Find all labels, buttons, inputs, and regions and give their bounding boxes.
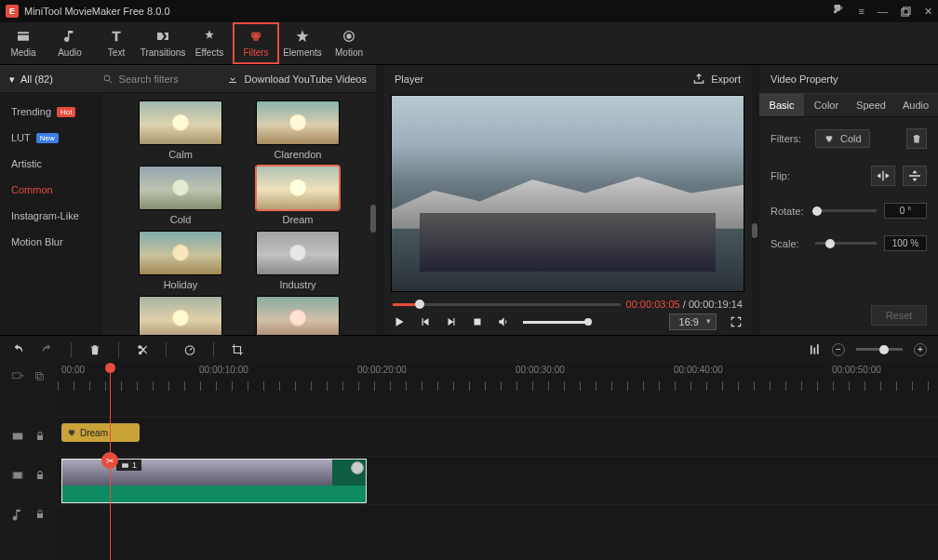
category-motionblur-label: Motion Blur <box>11 236 63 247</box>
progress-slider[interactable] <box>393 303 621 306</box>
clip-transition-icon[interactable] <box>351 461 364 474</box>
player-scrollbar[interactable] <box>752 223 757 238</box>
applied-filter-chip[interactable]: Cold <box>815 129 870 148</box>
search-filters[interactable]: Search filters <box>102 73 179 85</box>
zoom-out-button[interactable]: − <box>832 343 845 356</box>
zoom-slider[interactable] <box>856 348 903 351</box>
timeline-track-add-icon[interactable] <box>11 370 24 383</box>
tab-basic[interactable]: Basic <box>759 94 804 116</box>
close-button[interactable]: ✕ <box>924 6 932 18</box>
main-toolbar: Media Audio Text Transitions Effects Fil… <box>0 22 938 65</box>
volume-icon[interactable] <box>497 315 510 328</box>
filter-thumb-calm[interactable]: Calm <box>133 100 228 160</box>
menu-elements[interactable]: Elements <box>279 22 326 64</box>
menu-audio[interactable]: Audio <box>47 22 93 64</box>
prop-scale-label: Scale: <box>770 238 808 249</box>
menu-media[interactable]: Media <box>0 22 47 64</box>
video-track-lock-icon[interactable] <box>34 469 47 482</box>
category-artistic[interactable]: Artistic <box>0 151 102 177</box>
crop-button[interactable] <box>231 343 244 356</box>
preview-viewport[interactable] <box>391 95 744 292</box>
category-instagram[interactable]: Instagram-Like <box>0 203 102 229</box>
next-frame-button[interactable] <box>445 315 458 328</box>
timeline-adjust-icon[interactable] <box>808 343 821 356</box>
svg-point-6 <box>347 34 351 38</box>
filter-clip-label: Dream <box>80 428 108 438</box>
filter-thumb-holiday[interactable]: Holiday <box>133 231 228 290</box>
filter-clip[interactable]: Dream <box>61 423 140 442</box>
menu-audio-label: Audio <box>58 47 82 58</box>
export-label: Export <box>711 73 741 85</box>
play-button[interactable] <box>393 315 406 328</box>
audio-track-lock-icon[interactable] <box>34 508 47 521</box>
category-lut[interactable]: LUT New <box>0 125 102 151</box>
speed-button[interactable] <box>183 343 196 356</box>
timeline-body[interactable]: 00:00 00:00:10:00 00:00:20:00 00:00:30:0… <box>58 363 938 560</box>
filter-thumb-dream-label: Dream <box>282 214 313 225</box>
library-scrollbar[interactable] <box>370 205 376 233</box>
svg-rect-14 <box>813 347 815 353</box>
filter-thumb-calm-label: Calm <box>168 149 193 160</box>
menu-transitions[interactable]: Transitions <box>140 22 186 64</box>
timeline-ruler[interactable]: 00:00 00:00:10:00 00:00:20:00 00:00:30:0… <box>58 363 938 391</box>
tab-speed[interactable]: Speed <box>849 94 893 116</box>
rotate-value[interactable]: 0 ° <box>884 203 927 219</box>
category-motionblur[interactable]: Motion Blur <box>0 229 102 255</box>
zoom-in-button[interactable]: + <box>914 343 927 356</box>
rotate-slider[interactable] <box>815 209 877 212</box>
filter-thumbnail-grid[interactable]: Calm Clarendon Cold Dream Holiday Indust… <box>102 93 376 335</box>
property-title: Video Property <box>770 73 838 85</box>
filter-thumb-extra2[interactable] <box>250 296 345 335</box>
flip-horizontal-button[interactable] <box>871 166 895 186</box>
scale-value[interactable]: 100 % <box>884 235 927 251</box>
maximize-button[interactable] <box>901 7 911 17</box>
redo-button[interactable] <box>41 343 54 356</box>
filter-thumb-extra1[interactable] <box>133 296 228 335</box>
hamburger-icon[interactable]: ≡ <box>859 6 864 17</box>
filter-thumb-dream[interactable]: Dream <box>250 166 345 225</box>
menu-effects[interactable]: Effects <box>186 22 233 64</box>
library-all-toggle[interactable]: ▾ All (82) <box>9 73 53 86</box>
filter-track[interactable]: Dream <box>58 417 938 456</box>
undo-button[interactable] <box>11 343 24 356</box>
filter-thumb-industry[interactable]: Industry <box>250 231 345 290</box>
filter-thumb-cold[interactable]: Cold <box>133 166 228 225</box>
download-youtube-button[interactable]: Download YouTube Videos <box>227 73 367 85</box>
category-trending[interactable]: Trending Hot <box>0 99 102 125</box>
reset-button[interactable]: Reset <box>871 305 927 326</box>
flip-vertical-button[interactable] <box>903 166 927 186</box>
menu-filters[interactable]: Filters <box>233 22 279 64</box>
filter-track-lock-icon[interactable] <box>34 430 47 443</box>
stop-button[interactable] <box>471 315 484 328</box>
key-icon[interactable] <box>833 5 846 18</box>
timeline: 00:00 00:00:10:00 00:00:20:00 00:00:30:0… <box>0 363 938 560</box>
tab-color[interactable]: Color <box>804 94 849 116</box>
scale-slider[interactable] <box>815 242 877 245</box>
playhead-split-icon[interactable]: ✂ <box>101 452 118 469</box>
filter-thumb-clarendon[interactable]: Clarendon <box>250 100 345 160</box>
filter-category-list: Trending Hot LUT New Artistic Common Ins… <box>0 93 102 335</box>
fullscreen-button[interactable] <box>730 315 743 328</box>
menu-motion[interactable]: Motion <box>326 22 372 64</box>
delete-button[interactable] <box>88 343 101 356</box>
video-track[interactable]: 1 1 <box>58 456 938 504</box>
audio-track[interactable] <box>58 504 938 543</box>
minimize-button[interactable]: — <box>878 6 888 17</box>
filter-track-icon <box>11 430 24 443</box>
aspect-ratio-select[interactable]: 16:9 <box>669 313 717 330</box>
category-lut-label: LUT <box>11 132 31 143</box>
tab-audio[interactable]: Audio <box>893 94 938 116</box>
timeline-track-dup-icon[interactable] <box>34 370 47 383</box>
volume-slider[interactable] <box>523 321 588 324</box>
prev-frame-button[interactable] <box>419 315 432 328</box>
playhead[interactable]: ✂ <box>110 363 111 560</box>
property-panel: Video Property Basic Color Speed Audio F… <box>759 65 938 335</box>
menu-text[interactable]: Text <box>93 22 140 64</box>
export-button[interactable]: Export <box>692 73 741 86</box>
split-button[interactable] <box>136 343 149 356</box>
svg-point-11 <box>827 139 831 142</box>
remove-filter-button[interactable] <box>906 128 927 149</box>
svg-rect-20 <box>13 473 23 479</box>
menu-text-label: Text <box>108 47 125 58</box>
category-common[interactable]: Common <box>0 177 102 203</box>
